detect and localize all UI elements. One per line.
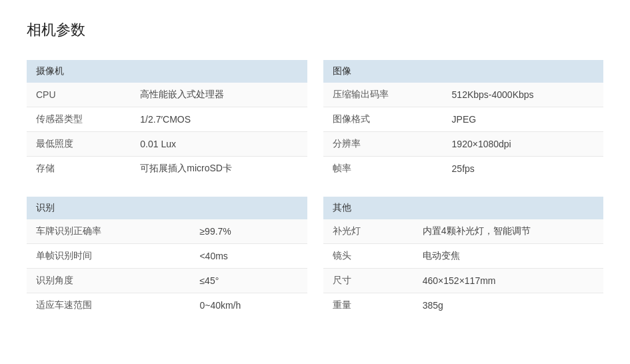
cell-label-other-2: 尺寸 <box>323 269 413 293</box>
table-row: 尺寸460×152×117mm <box>323 269 604 293</box>
param-table-recognition: 识别车牌识别正确率≥99.7%单帧识别时间<40ms识别角度≤45°适应车速范围… <box>27 197 307 317</box>
cell-label-image-1: 图像格式 <box>323 107 443 132</box>
cell-label-image-3: 帧率 <box>323 157 443 181</box>
cell-value-camera-2: 0.01 Lux <box>131 132 307 157</box>
cell-value-image-1: JPEG <box>443 107 603 132</box>
cell-value-other-1: 电动变焦 <box>413 244 603 269</box>
table-row: 单帧识别时间<40ms <box>27 244 307 269</box>
table-row: 镜头电动变焦 <box>323 244 604 269</box>
cell-value-other-2: 460×152×117mm <box>413 269 603 293</box>
cell-value-recognition-3: 0~40km/h <box>190 293 307 318</box>
cell-label-camera-2: 最低照度 <box>27 132 131 157</box>
table-header-other: 其他 <box>323 197 604 219</box>
cell-label-image-2: 分辨率 <box>323 132 443 157</box>
table-row: 分辨率1920×1080dpi <box>323 132 604 157</box>
cell-label-recognition-3: 适应车速范围 <box>27 293 190 318</box>
cell-value-recognition-1: <40ms <box>190 244 307 269</box>
table-row: 补光灯内置4颗补光灯，智能调节 <box>323 219 604 244</box>
param-table-other: 其他补光灯内置4颗补光灯，智能调节镜头电动变焦尺寸460×152×117mm重量… <box>323 197 604 317</box>
page-title: 相机参数 <box>27 20 603 40</box>
cell-value-image-3: 25fps <box>443 157 603 181</box>
table-image: 图像压缩输出码率512Kbps-4000Kbps图像格式JPEG分辨率1920×… <box>323 60 604 181</box>
cell-label-other-3: 重量 <box>323 293 413 318</box>
cell-value-camera-1: 1/2.7′CMOS <box>131 107 307 132</box>
tables-grid: 摄像机CPU高性能嵌入式处理器传感器类型1/2.7′CMOS最低照度0.01 L… <box>27 60 603 317</box>
table-header-camera: 摄像机 <box>27 60 307 83</box>
table-header-image: 图像 <box>323 60 604 83</box>
cell-value-image-2: 1920×1080dpi <box>443 132 603 157</box>
cell-value-other-3: 385g <box>413 293 603 318</box>
table-row: 压缩输出码率512Kbps-4000Kbps <box>323 83 604 107</box>
cell-value-image-0: 512Kbps-4000Kbps <box>443 83 603 107</box>
table-other: 其他补光灯内置4颗补光灯，智能调节镜头电动变焦尺寸460×152×117mm重量… <box>323 197 604 317</box>
cell-value-recognition-2: ≤45° <box>190 269 307 293</box>
cell-label-camera-3: 存储 <box>27 157 131 181</box>
cell-label-camera-0: CPU <box>27 83 131 107</box>
table-row: 重量385g <box>323 293 604 318</box>
table-row: 图像格式JPEG <box>323 107 604 132</box>
table-row: 传感器类型1/2.7′CMOS <box>27 107 307 132</box>
cell-label-recognition-1: 单帧识别时间 <box>27 244 190 269</box>
param-table-camera: 摄像机CPU高性能嵌入式处理器传感器类型1/2.7′CMOS最低照度0.01 L… <box>27 60 307 181</box>
table-row: 适应车速范围0~40km/h <box>27 293 307 318</box>
cell-label-camera-1: 传感器类型 <box>27 107 131 132</box>
cell-label-recognition-0: 车牌识别正确率 <box>27 219 190 244</box>
table-row: 车牌识别正确率≥99.7% <box>27 219 307 244</box>
table-recognition: 识别车牌识别正确率≥99.7%单帧识别时间<40ms识别角度≤45°适应车速范围… <box>27 197 307 317</box>
cell-label-other-0: 补光灯 <box>323 219 413 244</box>
table-row: CPU高性能嵌入式处理器 <box>27 83 307 107</box>
table-row: 存储可拓展插入microSD卡 <box>27 157 307 181</box>
cell-label-recognition-2: 识别角度 <box>27 269 190 293</box>
param-table-image: 图像压缩输出码率512Kbps-4000Kbps图像格式JPEG分辨率1920×… <box>323 60 604 181</box>
table-row: 帧率25fps <box>323 157 604 181</box>
cell-value-recognition-0: ≥99.7% <box>190 219 307 244</box>
cell-value-camera-0: 高性能嵌入式处理器 <box>131 83 307 107</box>
cell-label-image-0: 压缩输出码率 <box>323 83 443 107</box>
table-header-recognition: 识别 <box>27 197 307 219</box>
table-row: 识别角度≤45° <box>27 269 307 293</box>
cell-value-other-0: 内置4颗补光灯，智能调节 <box>413 219 603 244</box>
cell-label-other-1: 镜头 <box>323 244 413 269</box>
cell-value-camera-3: 可拓展插入microSD卡 <box>131 157 307 181</box>
table-camera: 摄像机CPU高性能嵌入式处理器传感器类型1/2.7′CMOS最低照度0.01 L… <box>27 60 307 181</box>
table-row: 最低照度0.01 Lux <box>27 132 307 157</box>
